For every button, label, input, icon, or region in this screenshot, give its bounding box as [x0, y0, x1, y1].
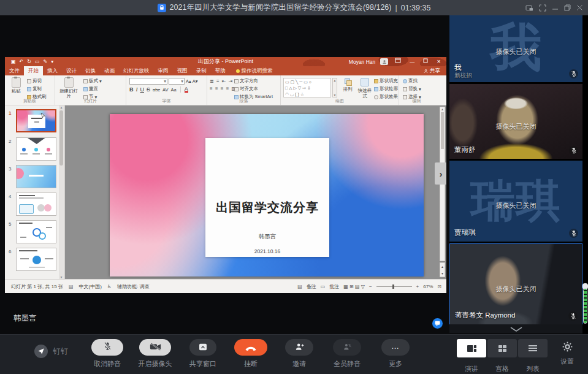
- prev-next-slide-buttons[interactable]: ▲▼: [440, 262, 445, 277]
- layout-view-switcher: 演讲 宫格 列表: [457, 339, 548, 357]
- redo-icon[interactable]: ↻: [27, 59, 31, 64]
- slide-thumbnail-4[interactable]: 4: [7, 193, 64, 219]
- reset-button[interactable]: 重置: [83, 86, 102, 92]
- shape-gallery[interactable]: ▭ ▢ ╲ ─ ▭ ○ □ △ ▷ ▽ ⇨ ⇩ ◠ ◡ ( ) ☆: [283, 78, 331, 97]
- tab-design[interactable]: 设计: [62, 66, 81, 75]
- slide-thumbnail-1[interactable]: 1: [7, 109, 64, 136]
- copy-button[interactable]: 复制: [27, 86, 47, 92]
- share-button[interactable]: 共享: [424, 66, 440, 75]
- participant-tile-2[interactable]: 摄像头已关闭 董雨舒: [449, 84, 582, 159]
- tab-help[interactable]: 帮助: [211, 66, 230, 75]
- undo-icon[interactable]: ↶: [20, 59, 24, 64]
- avatar[interactable]: [380, 58, 388, 65]
- participant-name: 贾瑞琪: [454, 228, 476, 237]
- underline-button[interactable]: U: [140, 86, 145, 93]
- tab-animations[interactable]: 动画: [100, 66, 119, 75]
- shape-outline-button[interactable]: 形状轮廓: [374, 86, 398, 92]
- fit-slide-icon[interactable]: ⊡: [437, 284, 441, 289]
- speaker-view-button[interactable]: [457, 339, 486, 357]
- bold-button[interactable]: B: [129, 86, 134, 93]
- find-button[interactable]: 查找: [403, 78, 421, 84]
- save-icon[interactable]: ▣: [11, 59, 16, 64]
- invite-button[interactable]: 邀请: [275, 339, 323, 368]
- quick-styles-button[interactable]: 快速样式: [356, 78, 373, 99]
- arrange-button[interactable]: 排列: [339, 78, 356, 92]
- slideshow-icon[interactable]: ▭: [35, 59, 40, 64]
- tab-record[interactable]: 录制: [192, 66, 211, 75]
- new-slide-button[interactable]: 新建幻灯片: [59, 77, 78, 99]
- next-page-overlay-button[interactable]: ›: [435, 162, 446, 185]
- more-participants-button[interactable]: [449, 324, 582, 334]
- minimize-icon[interactable]: [552, 4, 559, 11]
- comments-toggle[interactable]: 批注: [329, 283, 339, 290]
- zoom-slider[interactable]: [376, 286, 412, 287]
- layout-button[interactable]: 版式▾: [83, 78, 102, 84]
- list-view-button[interactable]: [518, 339, 548, 357]
- cut-button[interactable]: 剪切: [27, 78, 47, 84]
- align-text-button[interactable]: 对齐文本: [234, 86, 273, 92]
- font-size-combo[interactable]: ▾: [169, 78, 185, 85]
- ppt-maximize-icon[interactable]: [421, 57, 430, 66]
- zoom-level[interactable]: 67%: [423, 284, 433, 289]
- tab-view[interactable]: 视图: [173, 66, 192, 75]
- character-spacing-button[interactable]: AV: [162, 87, 168, 93]
- ppt-close-icon[interactable]: ✕: [435, 57, 443, 66]
- participant-tile-4-active[interactable]: 摄像头已关闭 蒋青希文 Raymond: [449, 243, 582, 325]
- pen-icon[interactable]: ✎: [44, 59, 48, 64]
- mute-all-button[interactable]: 全员静音: [323, 339, 371, 368]
- slide-thumbnail-5[interactable]: 5: [7, 220, 64, 247]
- tab-insert[interactable]: 插入: [43, 66, 62, 75]
- tab-home[interactable]: 开始: [24, 66, 43, 75]
- participant-tile-me[interactable]: 我 摄像头已关闭 我 新校招: [449, 15, 582, 82]
- pip-mode-icon[interactable]: [525, 4, 533, 12]
- tellme-search[interactable]: 操作说明搜索: [236, 66, 273, 75]
- close-icon[interactable]: [576, 4, 583, 11]
- slide-thumbnail-2[interactable]: 2: [7, 137, 64, 164]
- replace-button[interactable]: 替换▾: [403, 86, 421, 92]
- participant-tile-3[interactable]: 瑞琪 摄像头已关闭 贾瑞琪: [449, 161, 582, 242]
- slide-scrollbar-thumb[interactable]: [441, 112, 444, 149]
- scrollbar-thumb[interactable]: [59, 110, 63, 166]
- notes-toggle[interactable]: 备注: [307, 283, 316, 290]
- more-button[interactable]: … 更多: [372, 339, 419, 368]
- accessibility-status[interactable]: 辅助功能: 调查: [117, 283, 149, 290]
- unmute-button[interactable]: 取消静音: [83, 339, 131, 368]
- font-name-combo[interactable]: ▾: [129, 78, 167, 85]
- grid-view-button[interactable]: [487, 339, 517, 357]
- zoom-slider-knob[interactable]: [392, 284, 394, 289]
- ppt-minimize-icon[interactable]: —: [408, 57, 416, 66]
- view-shortcuts[interactable]: ▦ ⊞ ▤ ▽: [343, 284, 365, 289]
- proofing-icon[interactable]: ▤: [69, 284, 74, 289]
- paste-button[interactable]: 粘贴: [7, 77, 25, 94]
- hang-up-button[interactable]: 挂断: [227, 339, 275, 368]
- italic-button[interactable]: I: [136, 86, 138, 93]
- settings-button[interactable]: 设置: [559, 342, 575, 366]
- shrink-font-button[interactable]: A▾: [193, 78, 198, 84]
- zoom-in-button[interactable]: +: [416, 284, 419, 289]
- language-status[interactable]: 中文(中国): [78, 283, 101, 290]
- slide-thumbnail-3[interactable]: 3: [7, 165, 64, 192]
- clear-formatting-button[interactable]: abc: [153, 87, 160, 93]
- shape-fill-button[interactable]: 形状填充: [374, 78, 398, 84]
- change-case-button[interactable]: Aa: [171, 87, 177, 93]
- fullscreen-icon[interactable]: [539, 4, 546, 12]
- camera-on-button[interactable]: 开启摄像头: [131, 339, 179, 368]
- text-direction-button[interactable]: 文字方向: [234, 78, 273, 84]
- font-color-button[interactable]: A: [185, 86, 188, 93]
- meeting-timer: 01:39:35: [401, 4, 431, 12]
- grow-font-button[interactable]: A▴: [186, 78, 191, 84]
- strikethrough-button[interactable]: S: [147, 86, 150, 93]
- thumbnail-scrollbar[interactable]: ▲ ▼: [59, 105, 64, 279]
- chat-icon[interactable]: [432, 318, 443, 329]
- tab-review[interactable]: 审阅: [154, 66, 173, 75]
- shape-gallery-scroll[interactable]: ▲▼: [332, 78, 337, 97]
- restore-icon[interactable]: [564, 4, 571, 11]
- qat-dropdown-icon[interactable]: ▾: [51, 59, 53, 64]
- zoom-out-button[interactable]: −: [369, 284, 372, 289]
- tab-file[interactable]: 文件: [5, 66, 24, 75]
- share-window-button[interactable]: 共享窗口: [179, 339, 227, 368]
- tab-slideshow[interactable]: 幻灯片放映: [119, 66, 154, 75]
- slide-thumbnail-6[interactable]: 6: [7, 248, 64, 275]
- tab-transitions[interactable]: 切换: [81, 66, 100, 75]
- ribbon-options-icon[interactable]: [393, 57, 403, 66]
